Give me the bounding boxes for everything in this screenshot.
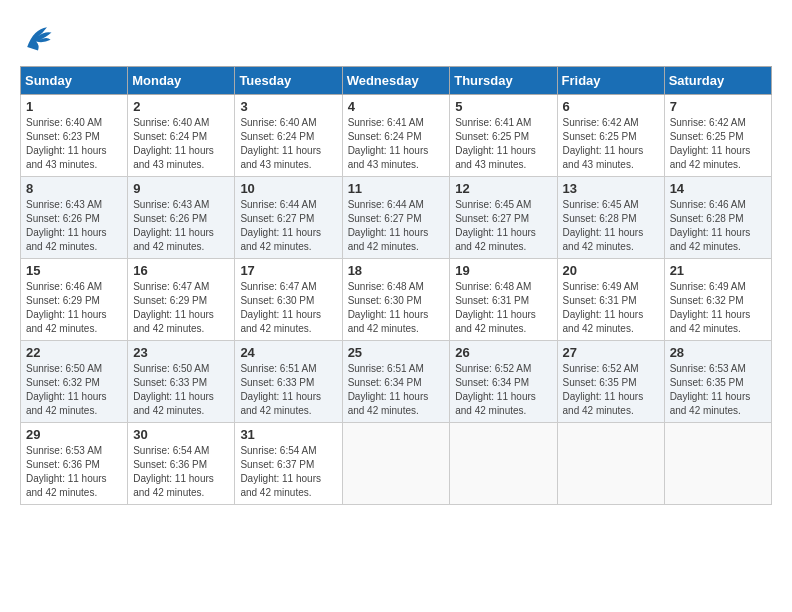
calendar-cell: 19Sunrise: 6:48 AMSunset: 6:31 PMDayligh…	[450, 259, 557, 341]
calendar-cell: 3Sunrise: 6:40 AMSunset: 6:24 PMDaylight…	[235, 95, 342, 177]
day-detail: Sunrise: 6:44 AMSunset: 6:27 PMDaylight:…	[348, 198, 445, 254]
day-number: 20	[563, 263, 659, 278]
day-detail: Sunrise: 6:47 AMSunset: 6:29 PMDaylight:…	[133, 280, 229, 336]
page-header	[20, 20, 772, 56]
day-number: 19	[455, 263, 551, 278]
day-number: 7	[670, 99, 766, 114]
calendar-table: SundayMondayTuesdayWednesdayThursdayFrid…	[20, 66, 772, 505]
calendar-cell: 24Sunrise: 6:51 AMSunset: 6:33 PMDayligh…	[235, 341, 342, 423]
calendar-cell: 20Sunrise: 6:49 AMSunset: 6:31 PMDayligh…	[557, 259, 664, 341]
calendar-cell	[557, 423, 664, 505]
day-detail: Sunrise: 6:48 AMSunset: 6:31 PMDaylight:…	[455, 280, 551, 336]
calendar-cell: 27Sunrise: 6:52 AMSunset: 6:35 PMDayligh…	[557, 341, 664, 423]
calendar-cell: 6Sunrise: 6:42 AMSunset: 6:25 PMDaylight…	[557, 95, 664, 177]
day-detail: Sunrise: 6:40 AMSunset: 6:23 PMDaylight:…	[26, 116, 122, 172]
calendar-week-row: 8Sunrise: 6:43 AMSunset: 6:26 PMDaylight…	[21, 177, 772, 259]
day-number: 24	[240, 345, 336, 360]
day-number: 26	[455, 345, 551, 360]
day-number: 16	[133, 263, 229, 278]
day-detail: Sunrise: 6:54 AMSunset: 6:36 PMDaylight:…	[133, 444, 229, 500]
day-number: 14	[670, 181, 766, 196]
header-friday: Friday	[557, 67, 664, 95]
day-number: 5	[455, 99, 551, 114]
calendar-cell: 11Sunrise: 6:44 AMSunset: 6:27 PMDayligh…	[342, 177, 450, 259]
day-number: 12	[455, 181, 551, 196]
calendar-week-row: 22Sunrise: 6:50 AMSunset: 6:32 PMDayligh…	[21, 341, 772, 423]
calendar-cell: 4Sunrise: 6:41 AMSunset: 6:24 PMDaylight…	[342, 95, 450, 177]
day-number: 2	[133, 99, 229, 114]
calendar-cell: 5Sunrise: 6:41 AMSunset: 6:25 PMDaylight…	[450, 95, 557, 177]
header-wednesday: Wednesday	[342, 67, 450, 95]
day-number: 10	[240, 181, 336, 196]
day-detail: Sunrise: 6:41 AMSunset: 6:25 PMDaylight:…	[455, 116, 551, 172]
day-detail: Sunrise: 6:44 AMSunset: 6:27 PMDaylight:…	[240, 198, 336, 254]
calendar-cell: 7Sunrise: 6:42 AMSunset: 6:25 PMDaylight…	[664, 95, 771, 177]
calendar-week-row: 29Sunrise: 6:53 AMSunset: 6:36 PMDayligh…	[21, 423, 772, 505]
day-detail: Sunrise: 6:50 AMSunset: 6:32 PMDaylight:…	[26, 362, 122, 418]
calendar-cell	[664, 423, 771, 505]
day-number: 18	[348, 263, 445, 278]
calendar-cell: 28Sunrise: 6:53 AMSunset: 6:35 PMDayligh…	[664, 341, 771, 423]
calendar-header-row: SundayMondayTuesdayWednesdayThursdayFrid…	[21, 67, 772, 95]
calendar-cell: 26Sunrise: 6:52 AMSunset: 6:34 PMDayligh…	[450, 341, 557, 423]
day-detail: Sunrise: 6:42 AMSunset: 6:25 PMDaylight:…	[563, 116, 659, 172]
calendar-cell: 29Sunrise: 6:53 AMSunset: 6:36 PMDayligh…	[21, 423, 128, 505]
day-number: 27	[563, 345, 659, 360]
header-tuesday: Tuesday	[235, 67, 342, 95]
calendar-cell: 22Sunrise: 6:50 AMSunset: 6:32 PMDayligh…	[21, 341, 128, 423]
calendar-cell: 12Sunrise: 6:45 AMSunset: 6:27 PMDayligh…	[450, 177, 557, 259]
calendar-cell: 25Sunrise: 6:51 AMSunset: 6:34 PMDayligh…	[342, 341, 450, 423]
calendar-cell: 13Sunrise: 6:45 AMSunset: 6:28 PMDayligh…	[557, 177, 664, 259]
day-detail: Sunrise: 6:49 AMSunset: 6:32 PMDaylight:…	[670, 280, 766, 336]
day-number: 23	[133, 345, 229, 360]
logo	[20, 20, 60, 56]
day-number: 4	[348, 99, 445, 114]
calendar-cell: 14Sunrise: 6:46 AMSunset: 6:28 PMDayligh…	[664, 177, 771, 259]
day-number: 21	[670, 263, 766, 278]
calendar-cell: 2Sunrise: 6:40 AMSunset: 6:24 PMDaylight…	[128, 95, 235, 177]
day-detail: Sunrise: 6:41 AMSunset: 6:24 PMDaylight:…	[348, 116, 445, 172]
day-detail: Sunrise: 6:43 AMSunset: 6:26 PMDaylight:…	[133, 198, 229, 254]
calendar-cell	[342, 423, 450, 505]
day-detail: Sunrise: 6:47 AMSunset: 6:30 PMDaylight:…	[240, 280, 336, 336]
calendar-cell: 16Sunrise: 6:47 AMSunset: 6:29 PMDayligh…	[128, 259, 235, 341]
day-detail: Sunrise: 6:46 AMSunset: 6:28 PMDaylight:…	[670, 198, 766, 254]
day-number: 22	[26, 345, 122, 360]
header-saturday: Saturday	[664, 67, 771, 95]
day-number: 13	[563, 181, 659, 196]
day-number: 15	[26, 263, 122, 278]
day-detail: Sunrise: 6:54 AMSunset: 6:37 PMDaylight:…	[240, 444, 336, 500]
day-detail: Sunrise: 6:40 AMSunset: 6:24 PMDaylight:…	[240, 116, 336, 172]
day-detail: Sunrise: 6:52 AMSunset: 6:34 PMDaylight:…	[455, 362, 551, 418]
day-number: 1	[26, 99, 122, 114]
day-number: 17	[240, 263, 336, 278]
day-detail: Sunrise: 6:48 AMSunset: 6:30 PMDaylight:…	[348, 280, 445, 336]
day-detail: Sunrise: 6:52 AMSunset: 6:35 PMDaylight:…	[563, 362, 659, 418]
calendar-week-row: 15Sunrise: 6:46 AMSunset: 6:29 PMDayligh…	[21, 259, 772, 341]
header-sunday: Sunday	[21, 67, 128, 95]
day-detail: Sunrise: 6:40 AMSunset: 6:24 PMDaylight:…	[133, 116, 229, 172]
day-detail: Sunrise: 6:45 AMSunset: 6:28 PMDaylight:…	[563, 198, 659, 254]
calendar-cell: 8Sunrise: 6:43 AMSunset: 6:26 PMDaylight…	[21, 177, 128, 259]
header-thursday: Thursday	[450, 67, 557, 95]
day-detail: Sunrise: 6:46 AMSunset: 6:29 PMDaylight:…	[26, 280, 122, 336]
day-detail: Sunrise: 6:50 AMSunset: 6:33 PMDaylight:…	[133, 362, 229, 418]
day-number: 8	[26, 181, 122, 196]
calendar-cell: 23Sunrise: 6:50 AMSunset: 6:33 PMDayligh…	[128, 341, 235, 423]
day-detail: Sunrise: 6:53 AMSunset: 6:35 PMDaylight:…	[670, 362, 766, 418]
day-detail: Sunrise: 6:43 AMSunset: 6:26 PMDaylight:…	[26, 198, 122, 254]
day-detail: Sunrise: 6:51 AMSunset: 6:33 PMDaylight:…	[240, 362, 336, 418]
day-detail: Sunrise: 6:49 AMSunset: 6:31 PMDaylight:…	[563, 280, 659, 336]
day-number: 25	[348, 345, 445, 360]
day-number: 30	[133, 427, 229, 442]
calendar-cell: 21Sunrise: 6:49 AMSunset: 6:32 PMDayligh…	[664, 259, 771, 341]
calendar-cell: 9Sunrise: 6:43 AMSunset: 6:26 PMDaylight…	[128, 177, 235, 259]
day-number: 3	[240, 99, 336, 114]
calendar-cell: 10Sunrise: 6:44 AMSunset: 6:27 PMDayligh…	[235, 177, 342, 259]
calendar-cell: 15Sunrise: 6:46 AMSunset: 6:29 PMDayligh…	[21, 259, 128, 341]
calendar-cell: 17Sunrise: 6:47 AMSunset: 6:30 PMDayligh…	[235, 259, 342, 341]
calendar-cell: 18Sunrise: 6:48 AMSunset: 6:30 PMDayligh…	[342, 259, 450, 341]
day-number: 9	[133, 181, 229, 196]
header-monday: Monday	[128, 67, 235, 95]
day-detail: Sunrise: 6:53 AMSunset: 6:36 PMDaylight:…	[26, 444, 122, 500]
